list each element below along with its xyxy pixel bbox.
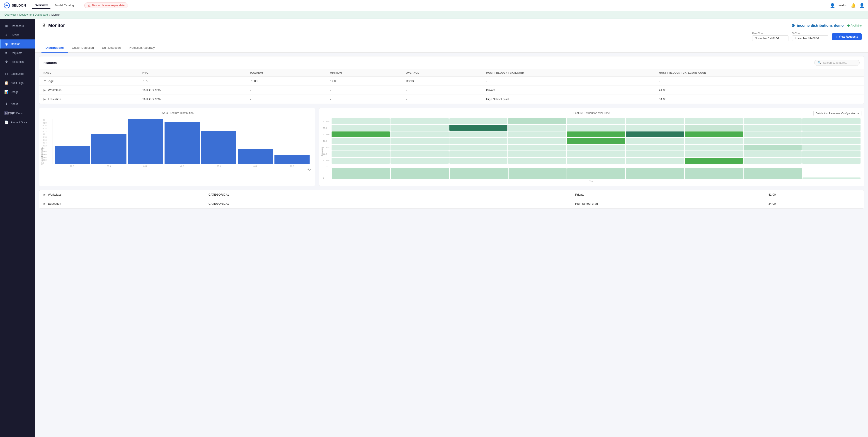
table-row-education: ▶ Education CATEGORICAL - - - High Schoo… — [39, 199, 864, 208]
monitor-title: 🖥 Monitor — [41, 23, 65, 28]
tab-distributions[interactable]: Distributions — [41, 43, 68, 53]
sidebar-item-batch-jobs[interactable]: ⊟ Batch Jobs — [0, 69, 35, 79]
view-requests-button[interactable]: ≡ View Requests — [832, 33, 862, 40]
heatmap-row-4 — [332, 138, 861, 144]
hm-cell — [332, 125, 390, 131]
from-time-field: From Time November 1st 08:51 — [752, 32, 788, 41]
hm-cell — [802, 138, 861, 144]
user-name: seldon — [839, 4, 847, 7]
availability-badge: Available — [847, 24, 862, 27]
monitor-title-row: 🖥 Monitor ⚙ income-distributions-demo Av… — [41, 23, 862, 31]
about-icon: ℹ — [4, 102, 8, 106]
hm-cell — [744, 118, 802, 124]
cell-mfc: High School grad — [482, 95, 654, 104]
notification-icon[interactable]: 🔔 — [851, 3, 856, 8]
sidebar-item-requests[interactable]: ≡ Requests — [0, 49, 35, 57]
x-label-10: 10.0 — [54, 165, 90, 167]
heatmap-row-3 — [332, 131, 861, 137]
sidebar-item-about[interactable]: ℹ About — [0, 99, 35, 108]
inst-bar — [450, 168, 508, 179]
hm-cell — [744, 131, 802, 137]
instances-axis-label: Instances — [321, 147, 323, 156]
tab-prediction-accuracy[interactable]: Prediction Accuracy — [125, 43, 159, 53]
hm-cell — [802, 145, 861, 151]
col-maximum: Maximum — [245, 69, 325, 76]
col-type: Type — [137, 69, 245, 76]
hm-cell — [450, 138, 508, 144]
y-label-0.14: 0.14 — [42, 142, 51, 144]
hm-cell — [567, 125, 625, 131]
sidebar-item-monitor[interactable]: ◉ Monitor — [0, 39, 35, 49]
breadcrumb-overview[interactable]: Overview — [4, 13, 16, 16]
to-time-value[interactable]: November 8th 08:51 — [792, 35, 828, 41]
settings-icon[interactable]: 👤 — [859, 3, 864, 8]
sidebar-item-resources[interactable]: ❖ Resources — [0, 57, 35, 66]
tab-outlier-detection[interactable]: Outlier Detection — [68, 43, 98, 53]
from-time-value[interactable]: November 1st 08:51 — [752, 35, 788, 41]
search-box[interactable]: 🔍 Search 12 features... — [814, 60, 860, 66]
sidebar-item-audit-logs[interactable]: 📋 Audit Logs — [0, 79, 35, 88]
distribution-config-button[interactable]: Distribution Parameter Configuration ≡ — [813, 111, 861, 116]
bar-4 — [164, 122, 200, 164]
hm-y-40: 40.0 — — [323, 140, 329, 142]
y-label-0.02: 0.02 — [42, 159, 51, 161]
sidebar-item-api-docs[interactable]: HTTP API Docs — [0, 108, 35, 118]
expand-icon[interactable]: ▶ — [43, 97, 46, 101]
expand-workclass-icon[interactable]: ▶ — [43, 193, 46, 196]
sidebar-label-monitor: Monitor — [11, 42, 20, 45]
breadcrumb-deployment-dashboard[interactable]: Deployment Dashboard — [19, 13, 48, 16]
expand-education-icon[interactable]: ▶ — [43, 202, 46, 205]
features-table: Name Type Maximum Minimum Average Most F… — [39, 69, 864, 104]
expand-icon[interactable]: ▼ — [43, 79, 46, 83]
sidebar-label-batch-jobs: Batch Jobs — [11, 72, 24, 75]
sidebar-label-dashboard: Dashboard — [11, 25, 24, 28]
hm-cell — [391, 138, 449, 144]
avatar-icon[interactable]: 👤 — [830, 3, 835, 8]
license-warning-text: Beyond license expiry date — [92, 4, 124, 7]
cell-max: 79.00 — [245, 76, 325, 86]
audit-logs-icon: 📋 — [4, 81, 8, 85]
hm-cell — [450, 145, 508, 151]
cell-education-min: - — [448, 199, 509, 208]
nav-overview[interactable]: Overview — [31, 2, 51, 9]
bar-7 — [275, 155, 310, 164]
hm-y-30: 30.0 — — [323, 133, 329, 135]
monitor-right: ⚙ income-distributions-demo Available — [792, 23, 862, 28]
hm-cell — [332, 158, 390, 164]
sidebar-item-usage[interactable]: 📊 Usage — [0, 88, 35, 97]
cell-mfc: Private — [482, 86, 654, 95]
table-row: ▶ Education CATEGORICAL - - - High Schoo… — [39, 95, 864, 104]
sidebar-item-product-docs[interactable]: 📄 Product Docs — [0, 118, 35, 127]
warning-icon: ⚠ — [88, 4, 91, 7]
monitor-header: 🖥 Monitor ⚙ income-distributions-demo Av… — [35, 19, 868, 43]
hm-cell-medium — [332, 131, 390, 137]
bar-2 — [91, 134, 127, 164]
cell-workclass-max: - — [386, 190, 448, 199]
cell-type: REAL — [137, 76, 245, 86]
sidebar-label-resources: Resources — [11, 60, 24, 63]
available-dot — [847, 25, 850, 27]
sidebar-divider-1 — [3, 68, 32, 68]
y-label-0.3: 0.3 — [42, 119, 51, 121]
nav-model-catalog[interactable]: Model Catalog — [52, 2, 77, 8]
hm-cell-dark — [626, 131, 684, 137]
to-time-label: To Time — [792, 32, 828, 35]
predict-icon: + — [4, 33, 8, 37]
hm-cell — [685, 125, 743, 131]
features-more: ▶ Workclass CATEGORICAL - - - Private 41… — [39, 190, 864, 209]
sidebar-item-dashboard[interactable]: ⊞ Dashboard — [0, 22, 35, 31]
expand-icon[interactable]: ▶ — [43, 88, 46, 92]
cell-mfcc: - — [654, 76, 864, 86]
cell-max: - — [245, 95, 325, 104]
sidebar-item-predict[interactable]: + Predict — [0, 31, 35, 39]
cell-max: - — [245, 86, 325, 95]
inst-bar-small — [803, 178, 861, 179]
cell-name: ▶ Education — [39, 95, 137, 104]
cell-workclass-avg: - — [509, 190, 571, 199]
hm-cell — [391, 118, 449, 124]
tab-drift-detection[interactable]: Drift Detection — [98, 43, 125, 53]
breadcrumb-monitor: Monitor — [52, 13, 61, 16]
hm-cell — [567, 118, 625, 124]
features-title: Features — [43, 61, 57, 65]
cell-education-avg: - — [509, 199, 571, 208]
